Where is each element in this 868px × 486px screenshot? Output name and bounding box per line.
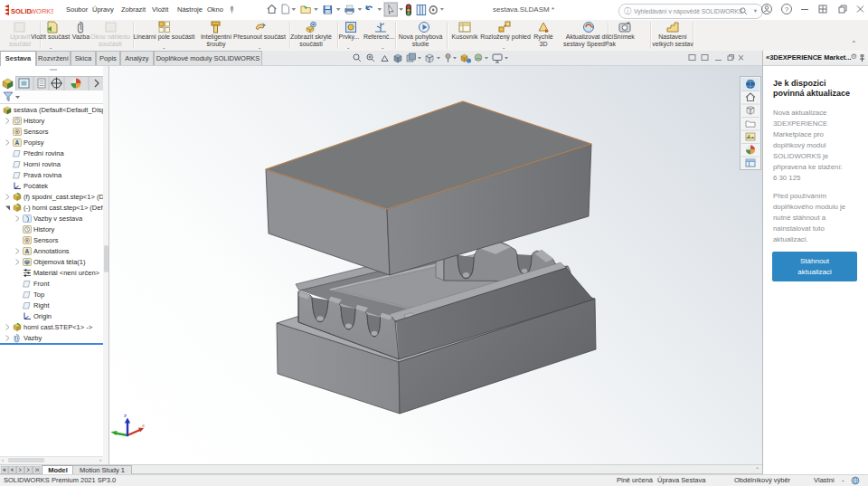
svg-text:A: A (25, 248, 30, 254)
svg-text:x: x (142, 423, 145, 428)
svg-text:?: ? (785, 5, 789, 14)
svg-text:WORKS: WORKS (30, 7, 53, 15)
svg-text:SOLID: SOLID (11, 7, 33, 15)
svg-text:z: z (124, 413, 127, 418)
svg-text:A: A (15, 139, 20, 146)
